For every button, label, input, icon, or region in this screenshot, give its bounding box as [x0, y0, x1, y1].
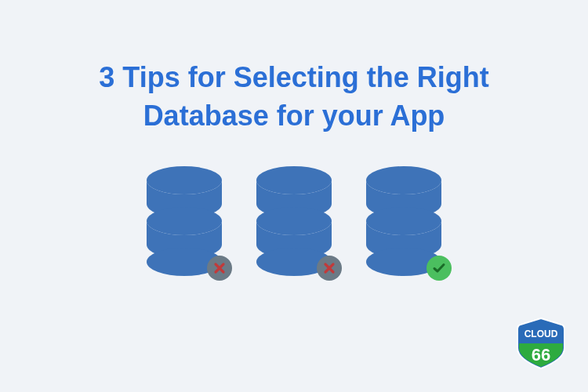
database-icon-row	[0, 166, 588, 276]
x-icon	[213, 262, 226, 274]
shield-icon: CLOUD 66	[516, 317, 566, 370]
database-option-1	[141, 166, 227, 276]
database-option-3	[361, 166, 447, 276]
svg-point-0	[147, 166, 222, 194]
svg-point-1	[147, 207, 222, 235]
svg-point-3	[256, 166, 332, 194]
accepted-badge	[426, 256, 452, 281]
title-line-2: Database for your App	[143, 100, 445, 132]
logo-bottom-text: 66	[532, 345, 550, 365]
page-title: 3 Tips for Selecting the Right Database …	[0, 0, 588, 135]
rejected-badge	[207, 256, 232, 281]
logo-top-text: CLOUD	[524, 328, 558, 339]
svg-point-4	[256, 207, 332, 235]
x-icon	[323, 262, 336, 274]
svg-point-7	[366, 207, 441, 235]
svg-point-6	[366, 166, 441, 194]
title-line-1: 3 Tips for Selecting the Right	[99, 61, 488, 93]
rejected-badge	[317, 256, 342, 281]
database-option-2	[251, 166, 337, 276]
cloud66-logo: CLOUD 66	[516, 317, 566, 370]
check-icon	[432, 261, 446, 275]
